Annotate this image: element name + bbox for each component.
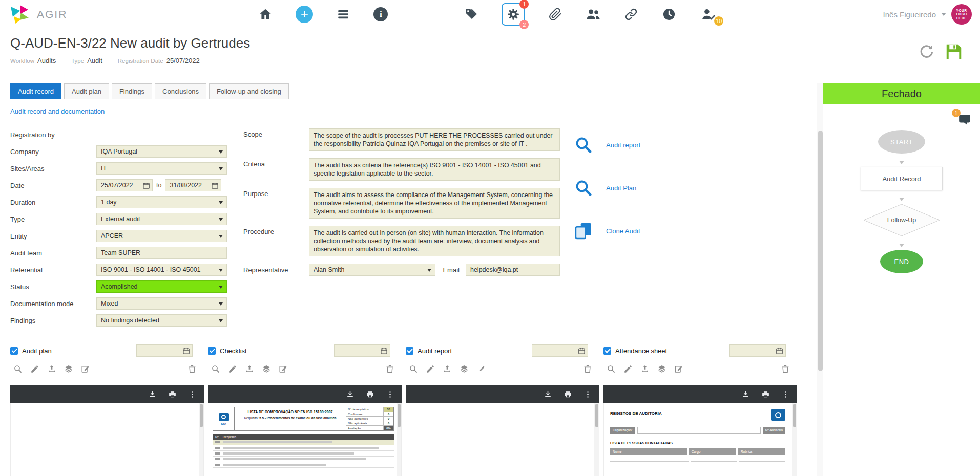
main-scrollbar[interactable] — [817, 83, 823, 476]
edit-icon[interactable] — [30, 364, 39, 374]
upload-icon[interactable] — [245, 364, 254, 374]
attachment-icon[interactable] — [548, 7, 563, 22]
link-icon[interactable] — [623, 7, 639, 22]
audit-plan-link[interactable]: Audit Plan — [606, 184, 636, 192]
print-icon[interactable] — [564, 390, 572, 399]
upload-icon[interactable] — [640, 364, 650, 374]
delete-icon[interactable] — [583, 364, 592, 374]
section-link[interactable]: Audit record and documentation — [10, 107, 105, 115]
pdf-scrollbar[interactable] — [199, 403, 203, 476]
download-icon[interactable] — [148, 390, 157, 399]
search-icon[interactable] — [211, 364, 220, 374]
checklist-checkbox[interactable] — [208, 347, 216, 355]
print-icon[interactable] — [168, 390, 177, 399]
checklist-date-input[interactable] — [334, 344, 390, 357]
workflow-start-node[interactable]: START — [878, 130, 925, 154]
user-menu[interactable]: Inês Figueiredo YOUR LOGO HERE — [883, 4, 980, 25]
users-icon[interactable] — [586, 7, 601, 22]
info-icon[interactable] — [373, 7, 388, 21]
type-select[interactable]: External audit — [96, 213, 227, 225]
audit-report-action[interactable]: Audit report — [574, 136, 640, 154]
entity-select[interactable]: APCER — [96, 230, 227, 242]
procedure-textarea[interactable]: The audit is carried out in person (on s… — [309, 226, 560, 256]
scrollbar-thumb[interactable] — [818, 131, 823, 371]
pdf-preview-checklist[interactable]: IQA LISTA DE COMPROVAÇÃO NP EN ISO 15189… — [208, 403, 402, 476]
delete-icon[interactable] — [781, 364, 790, 374]
download-icon[interactable] — [741, 390, 750, 399]
user-check-icon[interactable]: 10 — [699, 7, 718, 22]
clone-audit-action[interactable]: Clone Audit — [574, 222, 640, 240]
pdf-scrollbar[interactable] — [792, 403, 797, 476]
register-icon[interactable] — [476, 364, 486, 374]
register-icon[interactable] — [674, 364, 683, 374]
tab-audit-plan[interactable]: Audit plan — [64, 83, 109, 99]
register-icon[interactable] — [279, 364, 288, 374]
date-from-input[interactable]: 25/07/2022 — [96, 179, 153, 191]
audit-plan-action[interactable]: Audit Plan — [574, 179, 640, 197]
refresh-icon[interactable] — [919, 44, 935, 62]
tab-conclusions[interactable]: Conclusions — [155, 83, 206, 99]
avatar[interactable]: YOUR LOGO HERE — [951, 4, 972, 25]
clone-audit-link[interactable]: Clone Audit — [606, 227, 640, 235]
pdf-preview-audit-report[interactable] — [406, 403, 599, 476]
pdf-preview-attendance-sheet[interactable]: REGISTOS DE AUDITORIA Organização: Nº Au… — [603, 403, 797, 476]
purpose-textarea[interactable]: The audit aims to assess the compliance … — [309, 188, 560, 219]
edit-icon[interactable] — [426, 364, 435, 374]
more-icon[interactable] — [386, 390, 394, 399]
search-icon[interactable] — [13, 364, 23, 374]
edit-icon[interactable] — [623, 364, 633, 374]
representative-select[interactable]: Alan Smith — [309, 264, 435, 276]
comments-button[interactable]: 1 — [957, 113, 972, 128]
tab-audit-record[interactable]: Audit record — [10, 83, 61, 99]
more-icon[interactable] — [781, 390, 790, 399]
delete-icon[interactable] — [187, 364, 197, 374]
upload-icon[interactable] — [443, 364, 452, 374]
status-select[interactable]: Acomplished — [96, 280, 227, 293]
duration-select[interactable]: 1 day — [96, 196, 227, 208]
documentation-mode-select[interactable]: Mixed — [96, 297, 227, 310]
attendance-sheet-date-input[interactable] — [729, 344, 786, 357]
layers-icon[interactable] — [460, 364, 469, 374]
pdf-scrollbar[interactable] — [594, 403, 599, 476]
tab-follow-up[interactable]: Follow-up and closing — [209, 83, 289, 99]
date-to-input[interactable]: 31/08/2022 — [165, 179, 221, 191]
tags-icon[interactable] — [464, 7, 479, 22]
app-logo[interactable]: AGIR — [0, 4, 67, 25]
layers-icon[interactable] — [262, 364, 271, 374]
audit-report-date-input[interactable] — [532, 344, 588, 357]
download-icon[interactable] — [346, 390, 355, 399]
history-icon[interactable] — [661, 7, 677, 22]
audit-report-checkbox[interactable] — [406, 347, 413, 355]
referential-select[interactable]: ISO 9001 - ISO 14001 - ISO 45001 — [96, 264, 227, 276]
more-icon[interactable] — [188, 390, 197, 399]
layers-icon[interactable] — [657, 364, 666, 374]
email-field[interactable]: helpdesk@iqa.pt — [466, 264, 560, 276]
print-icon[interactable] — [366, 390, 374, 399]
criteria-textarea[interactable]: The audit has as criteria the reference(… — [309, 158, 560, 181]
edit-icon[interactable] — [228, 364, 237, 374]
audit-team-input[interactable]: Team SUPER — [96, 247, 227, 259]
settings-icon-selected[interactable]: 1 2 — [502, 3, 525, 26]
add-icon[interactable] — [296, 6, 313, 23]
search-icon[interactable] — [607, 364, 616, 374]
audit-report-link[interactable]: Audit report — [606, 141, 640, 149]
more-icon[interactable] — [583, 390, 592, 399]
delete-icon[interactable] — [385, 364, 394, 374]
register-icon[interactable] — [81, 364, 90, 374]
download-icon[interactable] — [544, 390, 552, 399]
tab-findings[interactable]: Findings — [112, 83, 152, 99]
workflow-task-node[interactable]: Audit Record — [861, 167, 943, 190]
company-select[interactable]: IQA Portugal — [96, 145, 227, 158]
audit-plan-date-input[interactable] — [136, 344, 193, 357]
save-icon[interactable] — [944, 42, 964, 63]
search-icon[interactable] — [409, 364, 418, 374]
pdf-scrollbar[interactable] — [397, 403, 401, 476]
upload-icon[interactable] — [47, 364, 56, 374]
scope-textarea[interactable]: The scope of the audit is processes PUT … — [309, 128, 560, 151]
print-icon[interactable] — [761, 390, 770, 399]
home-icon[interactable] — [258, 7, 273, 22]
audit-plan-checkbox[interactable] — [10, 347, 18, 355]
sites-areas-select[interactable]: IT — [96, 162, 227, 175]
findings-select[interactable]: No findings detected — [96, 314, 227, 327]
layers-icon[interactable] — [64, 364, 73, 374]
